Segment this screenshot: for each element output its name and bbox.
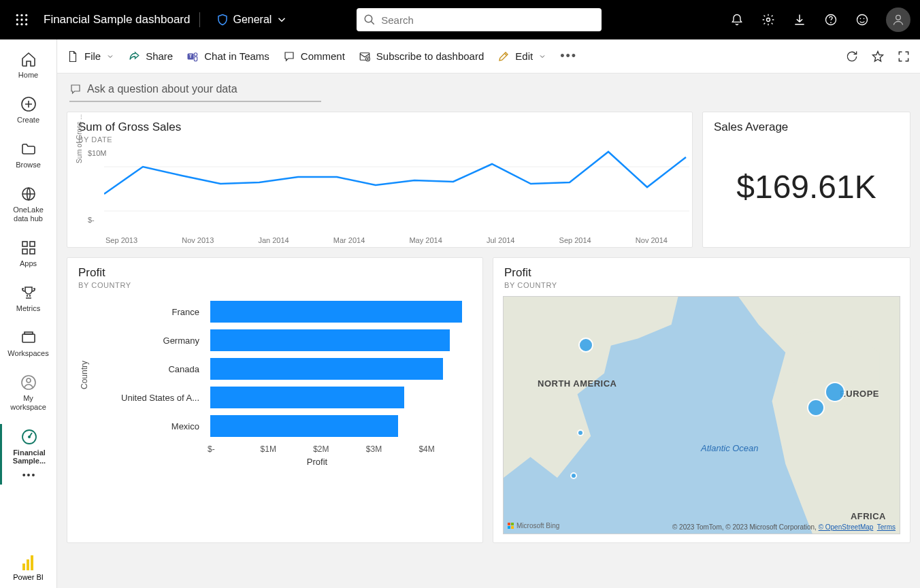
nav-create[interactable]: Create (0, 91, 56, 128)
cmd-comment[interactable]: Comment (283, 50, 345, 63)
plus-circle-icon (20, 95, 37, 113)
svg-point-27 (27, 378, 31, 382)
svg-point-1 (20, 14, 22, 16)
nav-browse[interactable]: Browse (0, 136, 56, 173)
bubble-mexico (570, 472, 577, 479)
svg-rect-23 (30, 249, 35, 254)
download-icon[interactable] (792, 12, 807, 27)
nav-apps[interactable]: Apps (0, 235, 56, 272)
tile-profit-bar[interactable]: Profit BY COUNTRY Country France Germany… (67, 257, 483, 543)
nav-metrics[interactable]: Metrics (0, 280, 56, 316)
powerbi-brand[interactable]: Power BI (13, 555, 44, 581)
chevron-down-icon (538, 52, 546, 61)
tile-subtitle: BY DATE (78, 135, 681, 144)
cmd-share[interactable]: Share (128, 50, 173, 63)
settings-gear-icon[interactable] (761, 12, 776, 27)
nav-workspaces[interactable]: Workspaces (0, 325, 56, 361)
app-launcher-icon[interactable] (10, 7, 34, 32)
tile-title: Profit (504, 266, 899, 280)
cmd-subscribe[interactable]: Subscribe to dashboard (359, 50, 484, 63)
teams-icon: T (186, 50, 199, 63)
svg-point-17 (896, 15, 901, 20)
feedback-smiley-icon[interactable] (855, 12, 870, 27)
dashboard-grid: Sum of Gross Sales BY DATE Sum of Gross … (57, 105, 920, 553)
comment-icon (283, 50, 295, 63)
svg-rect-24 (22, 334, 35, 342)
kpi-value: $169.61K (714, 168, 899, 206)
svg-point-11 (766, 18, 770, 22)
svg-point-7 (20, 23, 22, 25)
nav-onelake[interactable]: OneLakedata hub (0, 181, 56, 227)
help-icon[interactable] (823, 12, 838, 27)
workspaces-icon (20, 329, 37, 346)
more-dots-icon[interactable]: ••• (22, 470, 37, 480)
chevron-down-icon (276, 14, 288, 26)
svg-point-2 (25, 14, 27, 16)
refresh-icon[interactable] (845, 50, 859, 63)
header-actions (729, 7, 910, 32)
cmd-file[interactable]: File (67, 50, 114, 63)
svg-point-15 (860, 18, 861, 20)
svg-point-0 (16, 14, 18, 16)
nav-current-dashboard[interactable]: FinancialSample... ••• (0, 424, 56, 485)
tile-profit-map[interactable]: Profit BY COUNTRY NORTH AMERICA EUROPE A… (493, 257, 910, 543)
terms-link[interactable]: Terms (877, 523, 896, 531)
svg-point-16 (864, 18, 865, 20)
tile-subtitle: BY COUNTRY (78, 281, 472, 289)
left-nav: Home Create Browse OneLakedata hub Apps … (0, 39, 57, 588)
line-xticks: Sep 2013Nov 2013Jan 2014Mar 2014May 2014… (78, 235, 681, 244)
bar-germany (210, 329, 450, 351)
svg-point-32 (194, 52, 197, 56)
comment-icon (69, 83, 82, 95)
global-header: Financial Sample dashboard General (0, 0, 920, 39)
svg-rect-40 (508, 526, 510, 529)
bing-attribution: Microsoft Bing (508, 522, 559, 529)
line-chart: Sum of Gross ... $10M$- (78, 146, 681, 235)
svg-rect-25 (24, 332, 33, 334)
fullscreen-icon[interactable] (897, 50, 910, 63)
tile-gross-sales-line[interactable]: Sum of Gross Sales BY DATE Sum of Gross … (67, 112, 693, 248)
cmd-chat-teams[interactable]: T Chat in Teams (186, 50, 269, 63)
tile-subtitle: BY COUNTRY (504, 281, 899, 289)
folder-icon (20, 140, 37, 158)
favorite-star-icon[interactable] (871, 50, 885, 63)
main-region: File Share T Chat in Teams Comment Subsc… (57, 39, 920, 588)
search-box[interactable] (357, 8, 602, 31)
svg-point-8 (25, 23, 27, 25)
tile-title: Sum of Gross Sales (78, 120, 681, 134)
nav-my-workspace[interactable]: Myworkspace (0, 370, 56, 415)
svg-point-6 (16, 23, 18, 25)
sensitivity-label-dropdown[interactable]: General (216, 14, 288, 26)
bubble-canada (578, 338, 593, 353)
svg-rect-41 (511, 526, 514, 529)
dashboard-icon (20, 428, 38, 446)
shield-icon (216, 14, 229, 26)
tile-title: Sales Average (714, 120, 899, 134)
map-canvas[interactable]: NORTH AMERICA EUROPE AFRICA Atlantic Oce… (503, 296, 900, 534)
cmd-edit[interactable]: Edit (497, 50, 546, 63)
account-avatar[interactable] (886, 7, 910, 32)
nav-home[interactable]: Home (0, 46, 56, 83)
pencil-icon (497, 50, 510, 63)
person-circle-icon (20, 374, 37, 391)
svg-point-4 (20, 18, 22, 20)
qna-bar: Ask a question about your data (57, 74, 920, 105)
svg-point-5 (25, 18, 27, 20)
chevron-down-icon (106, 52, 114, 61)
svg-point-9 (365, 15, 373, 22)
qna-input[interactable]: Ask a question about your data (69, 83, 321, 102)
sensitivity-text: General (233, 14, 272, 26)
svg-point-3 (16, 18, 18, 20)
tile-sales-average-kpi[interactable]: Sales Average $169.61K (702, 112, 910, 248)
svg-point-13 (830, 22, 832, 23)
search-input[interactable] (381, 14, 595, 26)
cmd-more[interactable]: ••• (560, 49, 577, 63)
svg-rect-39 (511, 523, 514, 525)
notifications-icon[interactable] (729, 12, 744, 27)
search-icon (363, 14, 376, 26)
osm-link[interactable]: © OpenStreetMap (819, 523, 874, 531)
svg-rect-22 (22, 249, 27, 254)
trophy-icon (20, 284, 37, 301)
bar-canada (210, 358, 443, 380)
bubble-germany (825, 382, 845, 402)
